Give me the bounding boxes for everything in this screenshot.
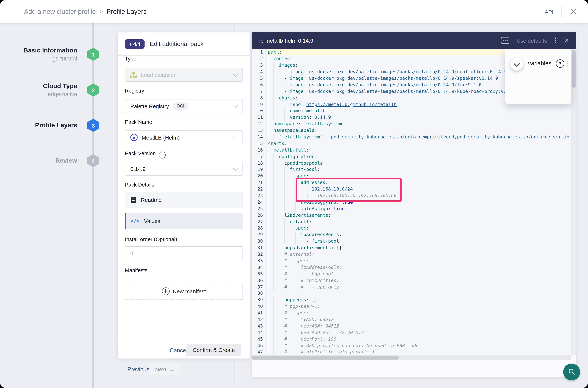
line-number: 43: [252, 323, 263, 329]
add-cluster-profile-window: Add a new cluster profile > Profile Laye…: [0, 0, 588, 388]
code-line-47[interactable]: 47# # bfdProfile: bfd-profile-1: [252, 349, 571, 355]
close-icon[interactable]: [570, 8, 577, 15]
code-line-39[interactable]: 39bgppeers: {}: [252, 296, 571, 303]
code-line-38[interactable]: 38: [252, 290, 571, 296]
use-defaults-button[interactable]: Use defaults: [517, 37, 547, 44]
code-line-45[interactable]: 45# peerPort: 180: [252, 336, 571, 342]
code-line-16[interactable]: 16metallb-full:: [252, 147, 571, 153]
vertical-scrollbar-thumb[interactable]: [572, 49, 576, 88]
variables-collapse-button[interactable]: [510, 58, 523, 71]
code-line-28[interactable]: 28spec:: [252, 225, 571, 231]
vertical-scrollbar[interactable]: [571, 49, 576, 355]
code-line-10[interactable]: 10name: metallb: [252, 107, 571, 114]
code-line-13[interactable]: 13namespaceLabels:: [252, 127, 571, 134]
horizontal-scrollbar[interactable]: [252, 355, 571, 360]
code-line-12[interactable]: 12namespace: metallb-system: [252, 121, 571, 127]
code-line-11[interactable]: 11version: 0.14.9: [252, 114, 571, 121]
confirm-create-button[interactable]: Confirm & Create: [186, 344, 241, 356]
pack-count-badge[interactable]: + 4/4: [125, 39, 144, 49]
code-token: spec: [295, 225, 306, 231]
type-select[interactable]: Load balancer: [125, 68, 243, 82]
code-line-23[interactable]: 23# - 192.168.100.50-192.168.100.60: [252, 192, 571, 199]
code-line-20[interactable]: 20spec:: [252, 173, 571, 179]
code-line-42[interactable]: 42# myASN: 64512: [252, 316, 571, 323]
code-line-22[interactable]: 22- 192.168.10.0/24: [252, 186, 571, 192]
code-token: # # communities:: [284, 277, 339, 283]
step-hexagon-2[interactable]: 2: [87, 83, 99, 97]
code-line-46[interactable]: 46# # BFD profiles can only be used in F…: [252, 342, 571, 349]
code-line-37[interactable]: 37# # - vpn-only: [252, 283, 571, 290]
code-line-43[interactable]: 43# peerASN: 64512: [252, 323, 571, 329]
step-hexagon-1[interactable]: 1: [87, 48, 99, 61]
code-line-36[interactable]: 36# # communities:: [252, 277, 571, 283]
step-review[interactable]: Review: [0, 156, 77, 165]
info-icon[interactable]: i: [158, 151, 165, 158]
indent-guides: [268, 173, 295, 179]
code-line-34[interactable]: 34# ipAddressPools:: [252, 264, 571, 270]
step-basic-information[interactable]: Basic Informationgs-tutorial: [0, 46, 77, 62]
code-line-25[interactable]: 25autoAssign: true: [252, 205, 571, 212]
pack-name-select[interactable]: MetalLB (Helm): [125, 130, 243, 144]
step-hexagon-3[interactable]: 3: [87, 119, 99, 132]
code-line-41[interactable]: 41# spec:: [252, 310, 571, 316]
code-token: :: [279, 49, 282, 55]
readme-tab[interactable]: Readme: [125, 192, 243, 208]
code-token: :: [323, 160, 325, 166]
line-number: 14: [252, 134, 263, 140]
code-line-26[interactable]: 26l2advertisements:: [252, 212, 571, 218]
step-profile-layers[interactable]: Profile Layers: [0, 121, 77, 129]
code-line-19[interactable]: 19first-pool:: [252, 166, 571, 173]
step-cloud-type[interactable]: Cloud Typeedge-native: [0, 82, 77, 98]
cancel-button[interactable]: Cancel: [170, 347, 187, 354]
indent-guides: [268, 75, 284, 81]
breadcrumb-parent[interactable]: Add a new cluster profile: [24, 8, 96, 16]
code-line-24[interactable]: 24avoidBuggyIPs: true: [252, 199, 571, 205]
code-line-29[interactable]: 29ipAddressPools:: [252, 231, 571, 238]
code-line-27[interactable]: 27default:: [252, 218, 571, 225]
code-line-31[interactable]: 31bgpadvertisements: {}: [252, 244, 571, 251]
code-line-14[interactable]: 14"metallb-system": "pod-security.kubern…: [252, 134, 571, 140]
kebab-menu-icon[interactable]: [554, 37, 557, 44]
code-token: us-docker.pkg.dev/palette-images/packs/m…: [309, 69, 506, 74]
horizontal-scrollbar-thumb[interactable]: [252, 356, 399, 360]
editor-close-icon[interactable]: ✕: [564, 38, 569, 43]
variables-label: Variables: [528, 60, 551, 67]
api-button[interactable]: API: [545, 9, 553, 15]
code-token: spec: [295, 173, 306, 179]
header-divider: [562, 7, 562, 17]
code-line-44[interactable]: 44# peerAddress: 172.30.0.3: [252, 329, 571, 336]
values-tab[interactable]: </> Values: [125, 213, 243, 229]
next-button[interactable]: Next →: [149, 363, 181, 375]
line-number: 31: [252, 245, 263, 250]
help-icon[interactable]: ?: [556, 59, 564, 68]
code-line-21[interactable]: 21addresses:: [252, 179, 571, 186]
search-fab[interactable]: [563, 364, 580, 380]
previous-button[interactable]: Previous: [127, 366, 149, 373]
indent-guides: [268, 336, 284, 342]
code-token: :: [306, 147, 309, 153]
code-line-35[interactable]: 35# - bgp-pool: [252, 270, 571, 277]
code-line-17[interactable]: 17configuration:: [252, 153, 571, 160]
footer-divider: [118, 341, 250, 341]
variables-kebab-icon[interactable]: [565, 60, 568, 67]
indent-guides: [268, 231, 301, 238]
line-number: 30: [252, 239, 263, 244]
step-hexagon-4[interactable]: 4: [87, 154, 99, 167]
pack-version-select[interactable]: 0.14.9: [125, 162, 243, 176]
line-number: 6: [252, 82, 263, 87]
indent-guides: [268, 147, 273, 153]
code-line-18[interactable]: 18ipaddresspools:: [252, 160, 571, 166]
install-order-input[interactable]: 0: [125, 246, 243, 260]
code-token: us-docker.pkg.dev/palette-images/packs/m…: [309, 82, 482, 87]
diff-view-icon[interactable]: [501, 37, 509, 44]
code-token: images: [279, 62, 295, 68]
indent-guides: [268, 121, 273, 127]
code-line-32[interactable]: 32# external:: [252, 251, 571, 257]
new-manifest-button[interactable]: New manifest: [125, 283, 243, 300]
code-line-40[interactable]: 40# bgp-peer-1:: [252, 303, 571, 310]
code-line-30[interactable]: 30- first-pool: [252, 238, 571, 244]
indent-guides: [268, 160, 284, 166]
code-line-33[interactable]: 33# spec:: [252, 257, 571, 264]
registry-select[interactable]: Palette Registry OCI: [125, 99, 243, 113]
code-line-15[interactable]: 15charts:: [252, 140, 571, 147]
